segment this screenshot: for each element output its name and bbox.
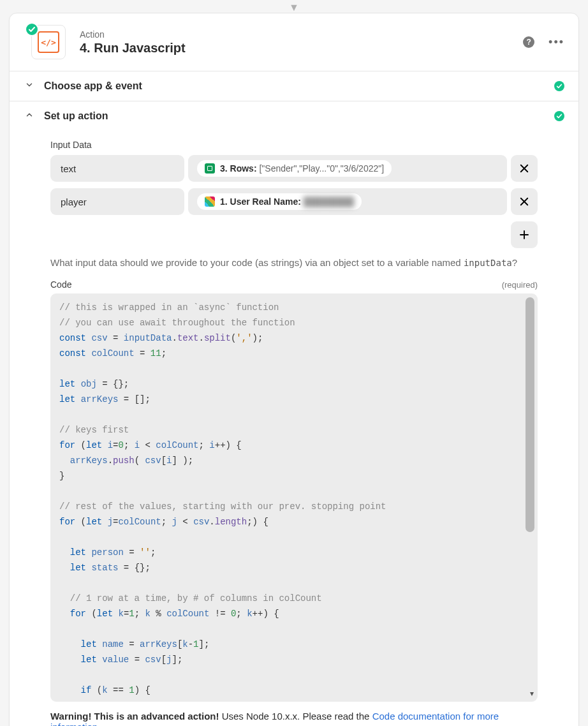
- scroll-down-icon[interactable]: ▾: [530, 689, 534, 698]
- code-editor[interactable]: // this is wrapped in an `async` functio…: [50, 293, 538, 702]
- helper-code: inputData: [464, 258, 512, 268]
- chip-prefix: 1. User Real Name:: [220, 196, 301, 207]
- action-card: </> Action 4. Run Javascript ? ••• Choos…: [9, 13, 579, 726]
- section-setup-action[interactable]: Set up action: [10, 101, 578, 131]
- help-icon[interactable]: ?: [523, 36, 534, 48]
- value-chip[interactable]: 1. User Real Name: ████████: [197, 193, 362, 210]
- section-status-check-icon: [554, 81, 564, 91]
- input-data-label: Input Data: [50, 140, 538, 150]
- section-choose-app-event[interactable]: Choose app & event: [10, 71, 578, 101]
- section-title: Choose app & event: [44, 80, 142, 92]
- status-check-icon: [25, 22, 39, 36]
- remove-row-button[interactable]: [511, 188, 538, 215]
- value-chip[interactable]: 3. Rows: ["Sender","Play..."0","3/6/2022…: [197, 160, 392, 177]
- required-label: (required): [502, 280, 538, 290]
- input-key-field[interactable]: player: [50, 188, 184, 215]
- setup-action-body: Input Data text 3. Rows: ["Sender","Play…: [10, 131, 578, 726]
- scrollbar-thumb[interactable]: [526, 297, 534, 532]
- chip-prefix: 3. Rows:: [220, 163, 257, 174]
- warning-text: Warning! This is an advanced action! Use…: [50, 711, 538, 726]
- input-key-field[interactable]: text: [50, 155, 184, 182]
- sheets-icon: [205, 163, 215, 174]
- remove-row-button[interactable]: [511, 155, 538, 182]
- slack-icon: [205, 196, 215, 207]
- card-header: </> Action 4. Run Javascript ? •••: [10, 13, 578, 71]
- close-icon: [518, 196, 530, 207]
- chip-value: ████████: [304, 196, 354, 207]
- close-icon: [518, 163, 530, 174]
- chevron-up-icon: [24, 110, 35, 122]
- section-status-check-icon: [554, 111, 564, 121]
- input-data-row: player 1. User Real Name: ████████: [50, 188, 538, 215]
- chip-value: ["Sender","Play..."0","3/6/2022"]: [259, 163, 384, 174]
- input-data-helper: What input data should we provide to you…: [50, 257, 538, 268]
- code-content[interactable]: // this is wrapped in an `async` functio…: [59, 300, 533, 698]
- action-title: 4. Run Javascript: [80, 41, 186, 56]
- plus-icon: [518, 229, 530, 241]
- add-row-button[interactable]: [511, 221, 538, 248]
- section-title: Set up action: [44, 110, 108, 122]
- action-label: Action: [80, 29, 186, 40]
- code-icon: </>: [38, 31, 59, 53]
- input-value-field[interactable]: 3. Rows: ["Sender","Play..."0","3/6/2022…: [188, 155, 507, 182]
- input-value-field[interactable]: 1. User Real Name: ████████: [188, 188, 507, 215]
- chevron-down-icon: [24, 80, 35, 92]
- input-data-row: text 3. Rows: ["Sender","Play..."0","3/6…: [50, 155, 538, 182]
- step-connector-arrow: ▼: [0, 0, 588, 13]
- code-label: Code: [50, 279, 71, 290]
- more-menu-icon[interactable]: •••: [548, 36, 564, 49]
